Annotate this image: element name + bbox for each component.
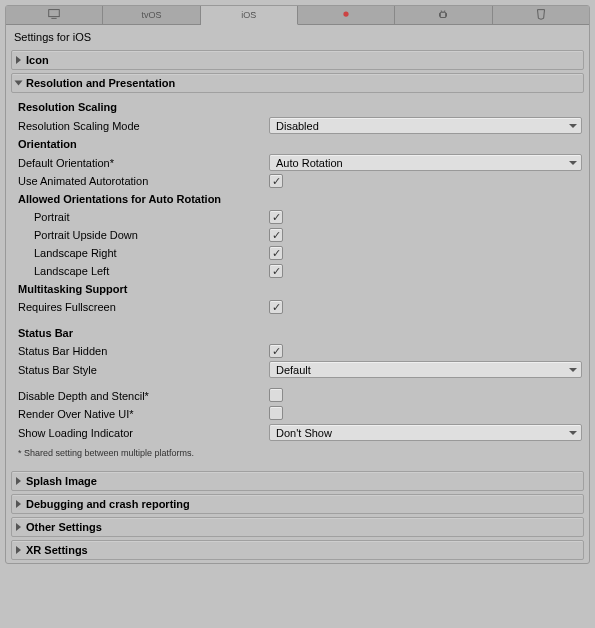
tab-tvos[interactable]: tvOS xyxy=(103,6,200,24)
show-loading-indicator-label: Show Loading Indicator xyxy=(14,427,269,439)
section-label: Splash Image xyxy=(26,475,97,487)
monitor-icon xyxy=(47,7,61,23)
svg-point-2 xyxy=(344,11,349,16)
orientation-heading: Orientation xyxy=(14,138,269,150)
platform-tabs: tvOS iOS xyxy=(6,6,589,25)
portrait-upside-down-label: Portrait Upside Down xyxy=(14,229,269,241)
landscape-left-checkbox[interactable] xyxy=(269,264,283,278)
render-over-native-ui-checkbox[interactable] xyxy=(269,406,283,420)
landscape-right-label: Landscape Right xyxy=(14,247,269,259)
default-orientation-label: Default Orientation* xyxy=(14,157,269,169)
landscape-left-label: Landscape Left xyxy=(14,265,269,277)
triangle-right-icon xyxy=(16,500,21,508)
resolution-content: Resolution Scaling Resolution Scaling Mo… xyxy=(6,96,589,468)
multitasking-support-heading: Multitasking Support xyxy=(14,283,269,295)
disable-depth-stencil-checkbox[interactable] xyxy=(269,388,283,402)
status-bar-hidden-label: Status Bar Hidden xyxy=(14,345,269,357)
triangle-right-icon xyxy=(16,477,21,485)
section-resolution[interactable]: Resolution and Presentation xyxy=(11,73,584,93)
status-bar-heading: Status Bar xyxy=(14,327,269,339)
use-animated-autorotation-label: Use Animated Autorotation xyxy=(14,175,269,187)
portrait-upside-down-checkbox[interactable] xyxy=(269,228,283,242)
tab-label: iOS xyxy=(241,10,256,20)
tab-android[interactable] xyxy=(395,6,492,24)
html5-icon xyxy=(534,7,548,23)
landscape-right-checkbox[interactable] xyxy=(269,246,283,260)
tab-webgl[interactable] xyxy=(493,6,589,24)
allowed-orientations-heading: Allowed Orientations for Auto Rotation xyxy=(14,193,269,205)
section-label: Debugging and crash reporting xyxy=(26,498,190,510)
show-loading-indicator-dropdown[interactable]: Don't Show xyxy=(269,424,582,441)
disable-depth-stencil-label: Disable Depth and Stencil* xyxy=(14,390,269,402)
resolution-scaling-mode-dropdown[interactable]: Disabled xyxy=(269,117,582,134)
tab-label: tvOS xyxy=(141,10,161,20)
portrait-label: Portrait xyxy=(14,211,269,223)
default-orientation-dropdown[interactable]: Auto Rotation xyxy=(269,154,582,171)
triangle-right-icon xyxy=(16,523,21,531)
chevron-down-icon xyxy=(569,431,577,435)
settings-title: Settings for iOS xyxy=(6,25,589,47)
section-debugging[interactable]: Debugging and crash reporting xyxy=(11,494,584,514)
requires-fullscreen-label: Requires Fullscreen xyxy=(14,301,269,313)
tab-lumin[interactable] xyxy=(298,6,395,24)
status-bar-hidden-checkbox[interactable] xyxy=(269,344,283,358)
triangle-down-icon xyxy=(15,81,23,86)
dropdown-value: Auto Rotation xyxy=(276,157,343,169)
shared-setting-footnote: * Shared setting between multiple platfo… xyxy=(14,442,584,462)
status-bar-style-label: Status Bar Style xyxy=(14,364,269,376)
portrait-checkbox[interactable] xyxy=(269,210,283,224)
player-settings-panel: tvOS iOS Settings for iOS Icon Resoluti xyxy=(5,5,590,564)
section-icon[interactable]: Icon xyxy=(11,50,584,70)
resolution-scaling-heading: Resolution Scaling xyxy=(14,101,269,113)
status-bar-style-dropdown[interactable]: Default xyxy=(269,361,582,378)
section-label: Icon xyxy=(26,54,49,66)
use-animated-autorotation-checkbox[interactable] xyxy=(269,174,283,188)
render-over-native-ui-label: Render Over Native UI* xyxy=(14,408,269,420)
section-label: Resolution and Presentation xyxy=(26,77,175,89)
android-icon xyxy=(436,7,450,23)
section-splash[interactable]: Splash Image xyxy=(11,471,584,491)
resolution-scaling-mode-label: Resolution Scaling Mode xyxy=(14,120,269,132)
tab-ios[interactable]: iOS xyxy=(201,6,298,25)
triangle-right-icon xyxy=(16,546,21,554)
dropdown-value: Don't Show xyxy=(276,427,332,439)
section-other[interactable]: Other Settings xyxy=(11,517,584,537)
dropdown-value: Default xyxy=(276,364,311,376)
section-label: XR Settings xyxy=(26,544,88,556)
chevron-down-icon xyxy=(569,124,577,128)
chevron-down-icon xyxy=(569,161,577,165)
lumin-icon xyxy=(339,7,353,23)
requires-fullscreen-checkbox[interactable] xyxy=(269,300,283,314)
tab-standalone[interactable] xyxy=(6,6,103,24)
chevron-down-icon xyxy=(569,368,577,372)
section-label: Other Settings xyxy=(26,521,102,533)
section-xr[interactable]: XR Settings xyxy=(11,540,584,560)
triangle-right-icon xyxy=(16,56,21,64)
svg-rect-0 xyxy=(49,10,60,17)
dropdown-value: Disabled xyxy=(276,120,319,132)
